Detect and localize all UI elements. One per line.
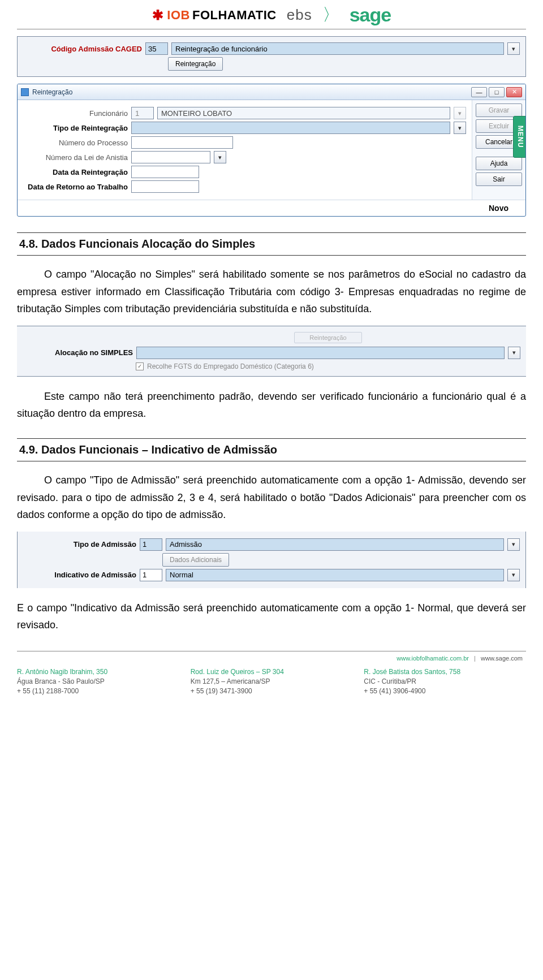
dropdown-arrow-icon[interactable]: ▾: [454, 122, 466, 134]
asterisk-icon: ✱: [152, 7, 164, 23]
ui-caged-box: Código Admissão CAGED ▾ Reintegração: [17, 36, 526, 77]
input-indicativo-code[interactable]: [140, 569, 162, 581]
checkbox-fgts-label: Recolhe FGTS do Empregado Doméstico (Cat…: [147, 362, 314, 370]
input-tipo-admissao-code[interactable]: [140, 538, 162, 551]
footer-col-1: R. Antônio Nagib Ibrahim, 350 Água Branc…: [17, 667, 179, 696]
footer-separator: |: [474, 655, 476, 662]
input-num-anistia[interactable]: [131, 151, 210, 163]
input-funcionario-code: [131, 107, 154, 119]
label-indicativo-admissao: Indicativo de Admissão: [23, 571, 136, 579]
checkbox-icon: [136, 362, 144, 370]
section-4-8: 4.8. Dados Funcionais Alocação do Simple…: [17, 232, 526, 422]
ui-tipo-admissao: Tipo de Admissão ▾ Dados Adicionais Indi…: [17, 532, 526, 588]
window-reintegracao: Reintegração — □ ✕ Funcionário ▾ Tipo de…: [17, 84, 526, 217]
input-tipo-admissao-desc[interactable]: [166, 538, 504, 551]
label-num-processo: Número do Processo: [23, 139, 128, 147]
label-codigo-admissao-caged: Código Admissão CAGED: [23, 45, 142, 53]
input-caged-code[interactable]: [145, 42, 168, 55]
input-tipo-reintegracao[interactable]: [131, 122, 450, 134]
footer-link-iob[interactable]: www.iobfolhamatic.com.br: [397, 655, 469, 662]
paragraph: E o campo "Indicativo da Admissão será p…: [17, 599, 526, 634]
page-footer: www.iobfolhamatic.com.br | www.sage.com …: [17, 651, 526, 696]
footer-address: R. José Batista dos Santos, 758: [364, 667, 526, 677]
label-alocacao-simples: Alocação no SIMPLES: [23, 348, 133, 357]
footer-city: CIC - Curitiba/PR: [364, 677, 526, 687]
dropdown-arrow-icon[interactable]: ▾: [214, 151, 226, 163]
minimize-button[interactable]: —: [471, 87, 487, 97]
chevron-right-icon: 〉: [322, 3, 339, 27]
novo-label[interactable]: Novo: [489, 204, 508, 213]
logo-iob-text: IOB: [167, 8, 190, 23]
dropdown-arrow-icon[interactable]: ▾: [507, 538, 520, 551]
label-tipo-admissao: Tipo de Admissão: [23, 540, 136, 549]
label-funcionario: Funcionário: [23, 109, 128, 118]
footer-address: Rod. Luiz de Queiros – SP 304: [191, 667, 353, 677]
input-caged-desc[interactable]: [171, 42, 504, 55]
logo-iob-folhamatic: ✱ IOB FOLHAMATIC: [152, 7, 277, 23]
ajuda-button[interactable]: Ajuda: [476, 157, 522, 170]
menu-tab[interactable]: MENU: [513, 116, 526, 158]
ui-alocacao-simples: Reintegração Alocação no SIMPLES ▾ Recol…: [17, 326, 526, 377]
app-icon: [21, 88, 29, 96]
footer-phone: + 55 (41) 3906-4900: [364, 687, 526, 696]
input-alocacao-simples[interactable]: [136, 347, 505, 359]
maximize-button[interactable]: □: [489, 87, 505, 97]
input-num-processo[interactable]: [131, 136, 233, 149]
paragraph: Este campo não terá preenchimento padrão…: [17, 388, 526, 422]
input-data-retorno[interactable]: [131, 180, 199, 193]
input-indicativo-desc[interactable]: [166, 569, 504, 581]
close-button[interactable]: ✕: [506, 87, 522, 97]
dados-adicionais-button: Dados Adicionais: [162, 553, 229, 567]
heading-4-9: 4.9. Dados Funcionais – Indicativo de Ad…: [17, 438, 526, 461]
dropdown-arrow-icon: ▾: [454, 107, 466, 119]
paragraph: O campo "Tipo de Admissão" será preenchi…: [17, 472, 526, 524]
dropdown-arrow-icon[interactable]: ▾: [508, 347, 520, 359]
dropdown-arrow-icon[interactable]: ▾: [507, 569, 520, 581]
section-4-9: 4.9. Dados Funcionais – Indicativo de Ad…: [17, 438, 526, 634]
footer-col-2: Rod. Luiz de Queiros – SP 304 Km 127,5 –…: [191, 667, 353, 696]
heading-4-8: 4.8. Dados Funcionais Alocação do Simple…: [17, 232, 526, 256]
input-funcionario-nome: [157, 107, 450, 119]
gravar-button[interactable]: Gravar: [476, 103, 522, 117]
footer-city: Km 127,5 – Americana/SP: [191, 677, 353, 687]
dropdown-arrow-icon[interactable]: ▾: [507, 42, 520, 55]
checkbox-fgts-domestico-row: Recolhe FGTS do Empregado Doméstico (Cat…: [136, 362, 520, 370]
footer-link-sage[interactable]: www.sage.com: [481, 655, 523, 662]
paragraph: O campo "Alocação no Simples" será habil…: [17, 266, 526, 318]
sair-button[interactable]: Sair: [476, 172, 522, 186]
footer-address: R. Antônio Nagib Ibrahim, 350: [17, 667, 179, 677]
label-num-anistia: Número da Lei de Anistia: [23, 153, 128, 162]
footer-phone: + 55 (19) 3471-3900: [191, 687, 353, 696]
input-data-reintegracao[interactable]: [131, 166, 199, 178]
footer-col-3: R. José Batista dos Santos, 758 CIC - Cu…: [364, 667, 526, 696]
footer-phone: + 55 (11) 2188-7000: [17, 687, 179, 696]
titlebar: Reintegração — □ ✕: [18, 84, 525, 100]
label-data-retorno: Data de Retorno ao Trabalho: [23, 183, 128, 191]
logo-ebs: ebs: [287, 6, 312, 24]
reintegracao-button[interactable]: Reintegração: [168, 57, 223, 71]
ghost-reintegracao-button: Reintegração: [294, 332, 362, 343]
footer-city: Água Branca - São Paulo/SP: [17, 677, 179, 687]
header-logo-row: ✱ IOB FOLHAMATIC ebs 〉 sage: [17, 0, 526, 29]
label-tipo-reintegracao: Tipo de Reintegração: [23, 124, 128, 132]
window-title: Reintegração: [32, 88, 72, 96]
logo-folhamatic-text: FOLHAMATIC: [192, 8, 277, 23]
label-data-reintegracao: Data da Reintegração: [23, 168, 128, 176]
logo-sage: sage: [350, 4, 391, 26]
